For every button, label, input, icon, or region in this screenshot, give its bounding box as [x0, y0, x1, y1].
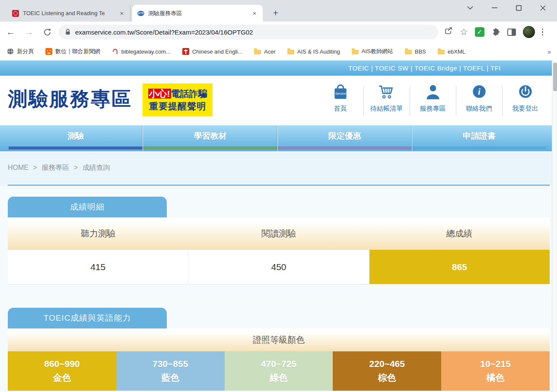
power-icon	[516, 83, 535, 102]
menu-dots-icon[interactable]	[542, 29, 544, 36]
breadcrumb-score-query: 成績查詢	[83, 164, 110, 171]
warning-highlight: 小心!	[148, 89, 171, 99]
header-listening: 聽力測驗	[8, 217, 188, 249]
browser-window: TOEIC Listening and Reading Te × ETS 測驗服…	[0, 0, 557, 392]
tab-exam-service[interactable]: ETS 測驗服務專區 ×	[132, 5, 263, 22]
nav-tab-certificates[interactable]: 申請證書	[412, 125, 546, 151]
bookmark-folder-bbs[interactable]: BBS	[405, 48, 426, 55]
score-detail-card: 聽力測驗 閱讀測驗 總成績 415 450 865	[8, 217, 550, 284]
extensions-puzzle-icon[interactable]	[491, 27, 500, 38]
tab-title: TOEIC Listening and Reading Te	[23, 10, 118, 16]
phone-scam-warning-banner[interactable]: 小心!電話詐騙 重要提醒聲明	[143, 83, 213, 116]
maximize-button[interactable]	[514, 3, 523, 13]
address-bar[interactable]: examservice.com.tw/Score/Detail?Exam=202…	[59, 25, 438, 39]
folder-icon	[405, 50, 412, 54]
nav-underline	[9, 147, 143, 150]
quickmenu-logout[interactable]: 我要登出	[502, 81, 548, 121]
breadcrumb: HOME > 服務專區 > 成績查詢	[8, 163, 113, 172]
vertical-scrollbar[interactable]	[552, 61, 557, 392]
warning-line1: 電話詐騙	[171, 89, 207, 99]
close-window-button[interactable]	[538, 3, 547, 13]
level-blue: 730~855 藍色	[116, 351, 225, 391]
url-text[interactable]: examservice.com.tw/Score/Detail?Exam=202…	[75, 29, 253, 36]
quickmenu-cart[interactable]: 待結帳清單	[363, 81, 410, 121]
breadcrumb-service-area[interactable]: 服務專區	[41, 164, 69, 171]
breadcrumb-home[interactable]: HOME	[8, 164, 29, 171]
quickmenu-contact[interactable]: i 聯絡我們	[456, 81, 502, 121]
warning-line2: 重要提醒聲明	[149, 100, 206, 112]
toolbar-actions: ☆ ✓	[444, 26, 543, 38]
reload-icon[interactable]	[40, 25, 54, 39]
bookmark-udn[interactable]: 數位｜聯合新聞網	[45, 48, 100, 55]
level-color-row: 860~990 金色 730~855 藍色 470~725 綠色 220~465…	[8, 351, 550, 391]
site-top-links[interactable]: TOEIC | TOEIC SW | TOEIC Bridge | TOEFL …	[0, 61, 552, 76]
level-orange: 10~215 橘色	[441, 351, 550, 391]
bookmarks-bar: 新分頁 數位｜聯合新聞網 biblegateway.com... Chinese…	[0, 42, 557, 61]
folder-icon	[287, 50, 294, 54]
level-header: 證照等級顏色	[8, 328, 550, 351]
level-gold: 860~990 金色	[8, 351, 116, 391]
total-score: 865	[369, 250, 550, 284]
reading-score: 450	[188, 250, 369, 284]
seal-favicon-icon	[12, 10, 19, 17]
tab-close-icon[interactable]: ×	[251, 10, 258, 17]
quick-menu: Service 首頁 待結帳清單	[317, 81, 548, 121]
profile-avatar[interactable]	[523, 26, 535, 38]
toeic-ability-tab[interactable]: TOEIC成績與英語能力	[8, 308, 167, 328]
tab-search-icon[interactable]	[465, 3, 475, 13]
lock-icon	[65, 29, 71, 35]
bookmarks-overflow-chevron[interactable]: »	[547, 48, 551, 55]
nav-tab-materials[interactable]: 學習教材	[143, 125, 277, 151]
site-header: 測驗服務專區 小心!電話詐騙 重要提醒聲明 Service 首頁	[0, 76, 552, 125]
window-controls	[465, 0, 557, 16]
hook-icon	[112, 48, 118, 55]
share-icon[interactable]	[444, 27, 453, 37]
person-icon	[424, 83, 442, 102]
tab-toeic-listening[interactable]: TOEIC Listening and Reading Te ×	[7, 5, 130, 22]
nav-tab-tests[interactable]: 測驗	[9, 125, 143, 151]
cart-icon	[377, 83, 397, 102]
divider-rule	[8, 185, 550, 186]
folder-icon	[438, 50, 445, 54]
nav-tab-offers[interactable]: 限定優惠	[277, 125, 412, 151]
scrollbar-thumb[interactable]	[553, 63, 557, 91]
tab-title: 測驗服務專區	[148, 10, 251, 17]
bookmark-folder-ebxml[interactable]: ebXML	[438, 48, 465, 55]
site-logo[interactable]: 測驗服務專區	[8, 86, 132, 112]
quickmenu-home[interactable]: Service 首頁	[317, 81, 363, 121]
bookmark-biblegateway[interactable]: biblegateway.com...	[112, 48, 171, 55]
side-panel-icon[interactable]	[507, 29, 516, 36]
ets-favicon-icon: ETS	[137, 10, 144, 17]
quickmenu-service-area[interactable]: 服務專區	[410, 81, 456, 121]
browser-toolbar: ← → examservice.com.tw/Score/Detail?Exam…	[0, 22, 557, 42]
score-header-row: 聽力測驗 閱讀測驗 總成績	[8, 217, 550, 250]
level-header-row: 證照等級顏色	[8, 328, 550, 351]
header-reading: 閱讀測驗	[188, 217, 369, 249]
level-brown: 220~465 棕色	[333, 351, 441, 391]
new-tab-button[interactable]: +	[270, 7, 282, 19]
bookmark-newtab[interactable]: 新分頁	[7, 48, 34, 55]
service-bag-icon: Service	[331, 83, 350, 102]
bookmark-folder-ais-auditing[interactable]: AIS & IS Auditing	[287, 48, 340, 55]
svg-text:i: i	[478, 86, 481, 97]
level-green: 470~725 綠色	[225, 351, 333, 391]
score-detail-tab[interactable]: 成績明細	[8, 197, 167, 217]
bookmark-chinese-english[interactable]: Chinese and Engli...	[182, 48, 242, 55]
minimize-button[interactable]	[490, 3, 499, 13]
tab-close-icon[interactable]: ×	[118, 10, 126, 17]
checker-extension-icon[interactable]: ✓	[475, 27, 484, 37]
udn-icon	[45, 48, 52, 55]
bookmark-folder-acer[interactable]: Acer	[254, 48, 276, 55]
bookmark-folder-ais-teacher[interactable]: AIS教師網站	[352, 48, 393, 55]
listening-score: 415	[8, 250, 188, 284]
back-icon[interactable]: ←	[3, 25, 18, 39]
folder-icon	[254, 50, 261, 54]
main-navigation: 測驗 學習教材 限定優惠 申請證書	[0, 125, 552, 151]
header-total: 總成績	[369, 217, 550, 249]
globe-icon	[7, 48, 14, 55]
forward-icon: →	[22, 25, 36, 39]
page-content: HOME > 服務專區 > 成績查詢 成績明細 聽力測驗 閱讀測驗 總成績 41…	[0, 151, 552, 392]
nav-underline	[278, 147, 412, 150]
score-value-row: 415 450 865	[8, 250, 550, 284]
bookmark-star-icon[interactable]: ☆	[460, 27, 468, 37]
